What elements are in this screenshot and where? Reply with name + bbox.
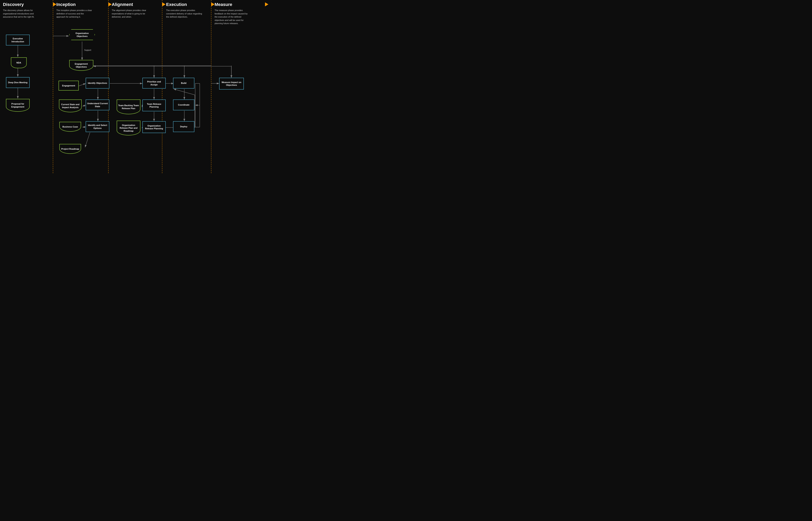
svg-marker-7 <box>108 2 112 6</box>
identify-options-node: Identify and Select Options <box>86 121 109 132</box>
discovery-desc: The discovery phase allows for organizat… <box>3 9 40 19</box>
measure-header: Measure The measure phase provides feedb… <box>215 2 267 25</box>
understand-current-node: Understand Current State <box>86 99 109 110</box>
support-label: Support <box>84 49 91 51</box>
identify-objectives-node: Identify Objectives <box>86 78 109 89</box>
discovery-title: Discovery <box>3 2 50 7</box>
measure-desc: The measure phase provides feedback on t… <box>215 9 251 25</box>
exec-intro-node: Executive Introduction <box>6 35 30 45</box>
engagement-objectives-node: Engagement Objectives <box>69 60 93 71</box>
deep-dive-node: Deep Dive Meeting <box>6 77 30 88</box>
svg-marker-8 <box>162 2 165 6</box>
svg-line-30 <box>174 89 195 95</box>
svg-line-14 <box>79 84 86 86</box>
discovery-header: Discovery The discovery phase allows for… <box>3 2 50 19</box>
coordinate-node: Coordinate <box>173 99 195 110</box>
svg-marker-6 <box>53 2 57 6</box>
team-release-planning-node: Team Release Planning <box>142 99 166 111</box>
org-release-planning-node: Organization Release Planning <box>142 121 166 133</box>
prioritize-assign-node: Prioritize and Assign <box>142 78 166 89</box>
nda-node: NDA <box>11 57 27 68</box>
svg-line-19 <box>85 133 90 147</box>
alignment-header: Alignment The alignment phase provides c… <box>112 2 160 19</box>
current-state-node: Current State and Impact Analysis <box>59 99 82 112</box>
business-case-node: Business Case <box>59 122 81 132</box>
svg-line-18 <box>83 127 86 127</box>
measure-impact-node: Measure Impact on Objectives <box>219 78 244 90</box>
inception-title: Inception <box>57 2 106 7</box>
deploy-node: Deploy <box>173 121 195 132</box>
org-release-plan-node: Organization Release Plan and Roadmap <box>117 121 140 135</box>
inception-header: Inception The inception phase provides a… <box>57 2 106 19</box>
build-node: Build <box>173 78 195 89</box>
inception-desc: The inception phase provides a clear def… <box>57 9 93 19</box>
measure-title: Measure <box>215 2 267 7</box>
execution-header: Execution The execution phase provides c… <box>166 2 209 19</box>
svg-marker-9 <box>211 2 215 6</box>
org-objectives-node: Organization Objectives <box>69 29 95 40</box>
engagement-node: Engagement <box>59 81 79 91</box>
execution-desc: The execution phase provides consistent … <box>166 9 203 19</box>
team-backlog-node: Team Backlog Team Release Plan <box>117 99 140 114</box>
proposal-node: Proposal for Engagement <box>6 99 30 112</box>
svg-line-17 <box>83 105 86 106</box>
execution-title: Execution <box>166 2 209 7</box>
project-roadmap-node: Project Roadmap <box>59 144 81 154</box>
alignment-title: Alignment <box>112 2 160 7</box>
alignment-desc: The alignment phase provides clear expec… <box>112 9 148 19</box>
